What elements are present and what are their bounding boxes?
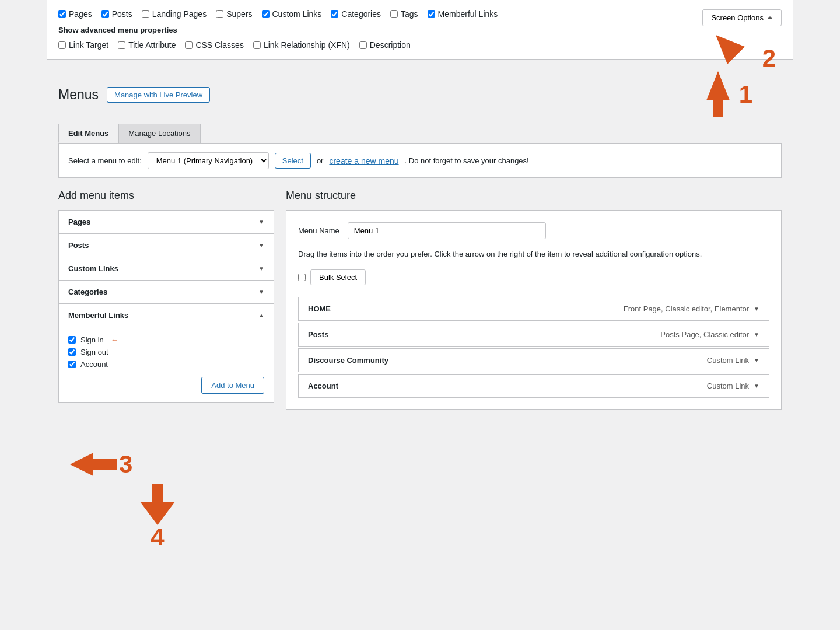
svg-marker-0 (706, 71, 730, 100)
menu-item-name: HOME (308, 304, 331, 313)
page-title: Menus (58, 87, 99, 103)
menu-dropdown[interactable]: Menu 1 (Primary Navigation) (148, 152, 269, 169)
menu-item-chevron-icon[interactable]: ▼ (754, 383, 760, 389)
cb-memberful-checkbox[interactable] (428, 10, 435, 18)
adv-xfn-checkbox[interactable] (253, 41, 261, 49)
list-item: Sign out (68, 348, 264, 356)
adv-link-target-checkbox[interactable] (58, 41, 66, 49)
cb-tags-label: Tags (401, 9, 418, 19)
menu-item-chevron-icon[interactable]: ▼ (754, 306, 760, 312)
accordion-memberful-chevron: ▲ (258, 312, 264, 318)
sign-in-checkbox[interactable] (68, 336, 76, 344)
accordion-custom-links-header[interactable]: Custom Links ▼ (59, 257, 274, 280)
menu-item-meta-text: Custom Link (707, 356, 749, 365)
menus-title-area: Menus Manage with Live Preview (58, 87, 210, 103)
sign-in-label: Sign in (80, 335, 104, 344)
accordion-custom-links-label: Custom Links (68, 264, 118, 273)
accordion-memberful-header[interactable]: Memberful Links ▲ (59, 304, 274, 327)
account-label: Account (80, 360, 108, 369)
adv-desc-label: Description (370, 40, 411, 50)
two-col-layout: Add menu items Pages ▼ Posts ▼ (58, 190, 782, 410)
cb-categories-label: Categories (341, 9, 381, 19)
accordion-memberful-body: Sign in ← Sign out (59, 327, 274, 402)
select-menu-bar: Select a menu to edit: Menu 1 (Primary N… (58, 144, 782, 178)
account-checkbox[interactable] (68, 360, 76, 368)
checkbox-item-cb-tags: Tags (390, 9, 418, 19)
checkbox-item-cb-pages: Pages (58, 9, 92, 19)
accordion-categories-label: Categories (68, 288, 107, 296)
menu-item-meta-text: Posts Page, Classic editor (660, 330, 749, 339)
drag-instructions: Drag the items into the order you prefer… (298, 249, 769, 260)
annotation-arrow-1 (701, 71, 736, 118)
checkbox-item-adv-desc: Description (359, 40, 411, 50)
bulk-select-checkbox[interactable] (298, 274, 306, 281)
select-button[interactable]: Select (275, 153, 311, 169)
tab-manage-locations[interactable]: Manage Locations (118, 124, 200, 143)
reminder-text: . Do not forget to save your changes! (405, 156, 529, 165)
adv-css-label: CSS Classes (195, 40, 243, 50)
checkbox-item-cb-custom: Custom Links (262, 9, 322, 19)
menu-item-chevron-icon[interactable]: ▼ (754, 331, 760, 338)
menu-item-discourse: Discourse Community Custom Link ▼ (298, 348, 769, 372)
list-item: Account (68, 360, 264, 369)
add-menu-items-title: Add menu items (58, 190, 274, 202)
cb-custom-label: Custom Links (272, 9, 322, 19)
tab-edit-menus[interactable]: Edit Menus (58, 124, 118, 143)
menu-name-label: Menu Name (298, 226, 340, 235)
checkbox-item-cb-landing: Landing Pages (142, 9, 206, 19)
cb-categories-checkbox[interactable] (331, 10, 338, 18)
cb-tags-checkbox[interactable] (390, 10, 398, 18)
menu-item-meta: Custom Link ▼ (707, 382, 760, 390)
menu-item-name: Discourse Community (308, 356, 388, 365)
add-to-menu-button[interactable]: Add to Menu (201, 377, 264, 394)
checkbox-item-adv-link-target: Link Target (58, 40, 108, 50)
accordion-memberful-label: Memberful Links (68, 311, 128, 320)
menu-item-meta-text: Front Page, Classic editor, Elementor (624, 304, 749, 313)
adv-link-target-label: Link Target (69, 40, 108, 50)
cb-memberful-label: Memberful Links (438, 9, 498, 19)
sign-out-checkbox[interactable] (68, 348, 76, 356)
accordion-pages: Pages ▼ (58, 210, 274, 234)
screen-options-label: Screen Options (711, 13, 764, 22)
adv-css-checkbox[interactable] (185, 41, 192, 49)
cb-supers-checkbox[interactable] (216, 10, 223, 18)
svg-rect-1 (713, 100, 723, 117)
checkbox-item-cb-posts: Posts (102, 9, 132, 19)
menu-structure-title: Menu structure (286, 190, 782, 202)
screen-options-panel: PagesPostsLanding PagesSupersCustom Link… (47, 0, 793, 60)
select-menu-label: Select a menu to edit: (68, 156, 142, 165)
accordion-memberful: Memberful Links ▲ Sign in ← (58, 304, 274, 402)
menu-item-home: HOME Front Page, Classic editor, Element… (298, 297, 769, 321)
right-column: Menu structure Menu Name Drag the items … (286, 190, 782, 410)
cb-supers-label: Supers (226, 9, 252, 19)
menu-item-account: Account Custom Link ▼ (298, 374, 769, 398)
left-column: Add menu items Pages ▼ Posts ▼ (58, 190, 274, 402)
cb-landing-checkbox[interactable] (142, 10, 149, 18)
cb-pages-checkbox[interactable] (58, 10, 66, 18)
menu-name-input[interactable] (348, 222, 546, 239)
annotation-1-label: 1 (739, 80, 752, 108)
menu-item-meta-text: Custom Link (707, 382, 749, 390)
cb-custom-checkbox[interactable] (262, 10, 270, 18)
cb-landing-label: Landing Pages (152, 9, 206, 19)
accordion-categories: Categories ▼ (58, 281, 274, 304)
bulk-select-row: Bulk Select (298, 270, 769, 285)
menu-item-name: Account (308, 382, 338, 390)
bulk-select-button[interactable]: Bulk Select (310, 270, 366, 285)
accordion-categories-header[interactable]: Categories ▼ (59, 281, 274, 303)
create-new-menu-link[interactable]: create a new menu (329, 156, 398, 166)
adv-desc-checkbox[interactable] (359, 41, 367, 49)
accordion-posts: Posts ▼ (58, 234, 274, 257)
live-preview-button[interactable]: Manage with Live Preview (107, 87, 210, 103)
tabs-bar: Edit Menus Manage Locations (47, 118, 793, 143)
adv-title-attr-checkbox[interactable] (118, 41, 125, 49)
checkbox-item-cb-memberful: Memberful Links (428, 9, 498, 19)
menu-item-chevron-icon[interactable]: ▼ (754, 357, 760, 363)
screen-options-button[interactable]: Screen Options (702, 9, 782, 26)
list-item: Sign in ← (68, 335, 264, 344)
or-text: or (317, 156, 324, 165)
content-area: Select a menu to edit: Menu 1 (Primary N… (47, 144, 793, 421)
accordion-posts-header[interactable]: Posts ▼ (59, 234, 274, 257)
cb-posts-checkbox[interactable] (102, 10, 109, 18)
accordion-pages-header[interactable]: Pages ▼ (59, 211, 274, 233)
